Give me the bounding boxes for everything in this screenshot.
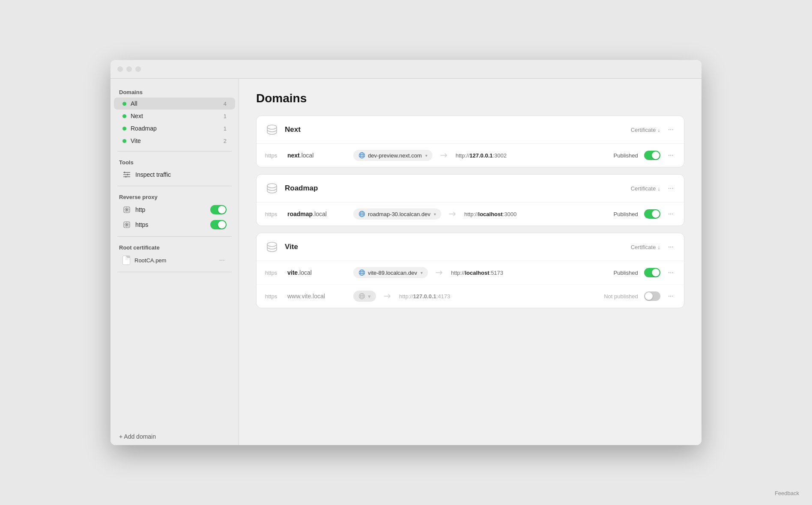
sidebar-item-inspect-traffic[interactable]: Inspect traffic (114, 168, 235, 181)
page-title: Domains (256, 92, 684, 105)
root-cert-label: RootCA.pem (134, 257, 218, 264)
proxy-https-icon (122, 220, 131, 229)
sidebar-dot-all (122, 102, 126, 106)
sidebar-count-next: 1 (224, 113, 227, 119)
svg-point-23 (359, 294, 365, 299)
domain-row-vite-1: https www.vite.local ▾ (257, 285, 684, 308)
domain-card-roadmap: Roadmap Certificate ↓ ··· https roadmap.… (256, 174, 684, 226)
cert-down-icon-vite: ↓ (657, 244, 660, 250)
svg-point-9 (359, 153, 365, 158)
toggle-next-0[interactable] (644, 151, 660, 160)
svg-point-24 (361, 294, 363, 299)
host-next-0: next.local (287, 152, 347, 159)
cert-button-vite[interactable]: Certificate ↓ (631, 244, 660, 250)
inspect-traffic-label: Inspect traffic (135, 171, 227, 178)
sidebar-divider-3 (117, 236, 232, 237)
domain-menu-next[interactable]: ··· (666, 125, 675, 134)
domain-row-vite-0: https vite.local vite-89.localcan.dev ▾ (257, 261, 684, 285)
external-domain-pill-next-0[interactable]: dev-preview.next.com ▾ (353, 150, 433, 161)
sidebar-dot-roadmap (122, 127, 126, 131)
proxy-http-label: http (135, 206, 210, 213)
root-cert-item: RootCA.pem ··· (114, 253, 235, 267)
svg-point-14 (359, 211, 365, 217)
sidebar-dot-vite (122, 139, 126, 143)
sidebar-item-vite[interactable]: Vite 2 (114, 135, 235, 147)
sidebar-count-vite: 2 (224, 138, 227, 144)
external-domain-text-vite-0: vite-89.localcan.dev (368, 270, 417, 276)
proxy-https-label: https (135, 221, 210, 228)
traffic-light-close[interactable] (117, 66, 123, 72)
traffic-light-minimize[interactable] (126, 66, 132, 72)
svg-point-20 (361, 270, 363, 276)
sidebar-dot-next (122, 114, 126, 118)
cert-label-next: Certificate (631, 127, 656, 133)
host-roadmap-0: roadmap.local (287, 211, 347, 217)
domain-name-roadmap: Roadmap (285, 184, 631, 193)
arrow-right-roadmap-0 (449, 211, 457, 217)
local-url-vite-1: http://127.0.0.1:4173 (399, 293, 450, 300)
domain-row-roadmap-0: https roadmap.local roadmap-30.localcan.… (257, 202, 684, 226)
arrow-right-next-0 (440, 153, 448, 158)
chevron-down-icon-next-0: ▾ (425, 153, 427, 158)
chevron-down-icon-roadmap-0: ▾ (434, 212, 436, 217)
root-cert-file-icon (122, 255, 130, 265)
svg-point-15 (361, 211, 363, 217)
sidebar-label-vite: Vite (131, 137, 224, 144)
arrow-right-vite-0 (436, 270, 443, 275)
chevron-down-icon-vite-1: ▾ (368, 293, 371, 300)
row-menu-vite-0[interactable]: ··· (666, 268, 675, 277)
sidebar-divider-4 (117, 272, 232, 272)
cert-down-icon-roadmap: ↓ (657, 185, 660, 192)
protocol-next-0: https (265, 152, 281, 159)
status-vite-1: Not published (604, 293, 638, 300)
status-next-0: Published (614, 152, 638, 159)
row-menu-roadmap-0[interactable]: ··· (666, 209, 675, 219)
cert-button-next[interactable]: Certificate ↓ (631, 127, 660, 133)
domain-menu-vite[interactable]: ··· (666, 242, 675, 252)
toggle-roadmap-0[interactable] (644, 209, 660, 219)
protocol-roadmap-0: https (265, 211, 281, 217)
toggle-vite-0[interactable] (644, 268, 660, 277)
row-menu-next-0[interactable]: ··· (666, 151, 675, 160)
sidebar-content: Domains All 4 Next 1 Roadmap 1 Vite 2 (110, 79, 239, 428)
sidebar-divider-2 (117, 186, 232, 186)
sidebar-label-next: Next (131, 113, 224, 119)
local-url-roadmap-0: http://localhost:3000 (464, 211, 516, 217)
domain-db-icon-roadmap (265, 181, 279, 195)
external-domain-pill-roadmap-0[interactable]: roadmap-30.localcan.dev ▾ (353, 208, 441, 220)
main-window: Domains All 4 Next 1 Roadmap 1 Vite 2 (110, 60, 702, 445)
sidebar-label-roadmap: Roadmap (131, 125, 224, 132)
sidebar-label-all: All (131, 100, 224, 107)
external-domain-text-roadmap-0: roadmap-30.localcan.dev (368, 211, 430, 217)
domain-menu-roadmap[interactable]: ··· (666, 184, 675, 193)
status-roadmap-0: Published (614, 211, 638, 217)
proxy-http-toggle[interactable] (210, 205, 227, 214)
proxy-row-http: http (114, 202, 235, 217)
cert-down-icon-next: ↓ (657, 127, 660, 133)
local-url-vite-0: http://localhost:5173 (451, 270, 503, 276)
domain-header-vite: Vite Certificate ↓ ··· (257, 233, 684, 261)
add-domain-button[interactable]: + Add domain (110, 428, 239, 445)
main-content-inner: Domains Next Certificate ↓ (239, 79, 702, 328)
domain-header-roadmap: Roadmap Certificate ↓ ··· (257, 175, 684, 202)
sidebar-item-all[interactable]: All 4 (114, 98, 235, 110)
domain-card-next: Next Certificate ↓ ··· https next.local (256, 116, 684, 167)
traffic-light-fullscreen[interactable] (135, 66, 141, 72)
external-domain-pill-vite-0[interactable]: vite-89.localcan.dev ▾ (353, 267, 428, 278)
external-domain-pill-vite-1[interactable]: ▾ (353, 291, 376, 302)
sidebar-section-domains: Domains (110, 86, 239, 97)
domain-row-next-0: https next.local dev-preview.next.com ▾ (257, 144, 684, 167)
row-menu-vite-1[interactable]: ··· (666, 291, 675, 301)
cert-button-roadmap[interactable]: Certificate ↓ (631, 185, 660, 192)
domain-db-icon-next (265, 123, 279, 137)
sidebar-item-next[interactable]: Next 1 (114, 110, 235, 122)
svg-point-19 (359, 270, 365, 276)
proxy-https-toggle[interactable] (210, 220, 227, 229)
sidebar-section-tools: Tools (110, 156, 239, 167)
sidebar-item-roadmap[interactable]: Roadmap 1 (114, 122, 235, 134)
toggle-vite-1[interactable] (644, 291, 660, 301)
cert-label-roadmap: Certificate (631, 185, 656, 192)
root-cert-menu-button[interactable]: ··· (218, 255, 227, 265)
local-url-next-0: http://127.0.0.1:3002 (456, 152, 507, 159)
sidebar-divider-1 (117, 151, 232, 152)
